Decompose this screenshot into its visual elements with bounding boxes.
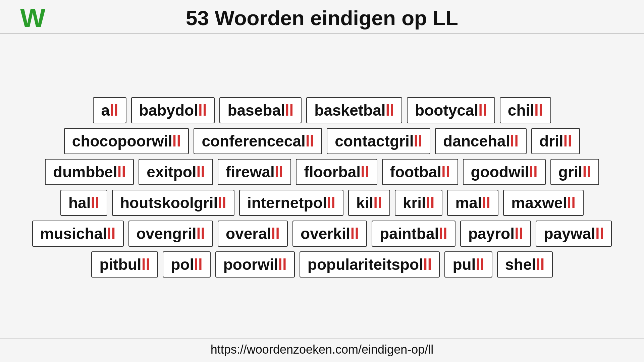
word-suffix: ll	[285, 101, 294, 119]
word-prefix: basebal	[227, 101, 285, 119]
word-suffix: ll	[529, 163, 538, 181]
word-suffix: ll	[476, 255, 484, 274]
word-prefix: gril	[558, 163, 583, 181]
word-suffix: ll	[110, 101, 118, 119]
word-box: firewalll	[218, 159, 291, 185]
word-suffix: ll	[567, 194, 576, 212]
word-suffix: ll	[510, 132, 519, 150]
word-box: bootycalll	[407, 97, 495, 123]
word-box: contactgrilll	[327, 128, 430, 154]
word-box: goodwilll	[463, 159, 546, 185]
word-prefix: kril	[403, 194, 426, 212]
word-prefix: pol	[171, 255, 194, 274]
word-box: conferencecalll	[194, 128, 322, 154]
word-suffix: ll	[278, 255, 287, 274]
word-box: pulll	[444, 251, 492, 278]
word-row-1: chocopoorwilllconferencecalllcontactgril…	[64, 128, 580, 154]
word-suffix: ll	[327, 194, 336, 212]
word-suffix: ll	[271, 225, 280, 243]
word-box: musichalll	[32, 221, 124, 247]
word-suffix: ll	[194, 255, 203, 274]
word-box: pitbulll	[91, 251, 158, 278]
word-prefix: hal	[68, 194, 91, 212]
word-box: populariteitspolll	[300, 251, 440, 278]
word-box: basketballl	[306, 97, 402, 123]
word-prefix: internetpol	[247, 194, 327, 212]
word-row-0: allbabydolllbaseballlbasketballlbootycal…	[93, 97, 551, 123]
footer: https://woordenzoeken.com/eindigen-op/ll	[0, 338, 644, 362]
word-suffix: ll	[478, 101, 487, 119]
word-box: all	[93, 97, 126, 123]
word-box: maxwelll	[503, 190, 584, 216]
word-suffix: ll	[423, 255, 432, 274]
word-box: krilll	[395, 190, 443, 216]
word-suffix: ll	[218, 194, 226, 212]
word-box: paywalll	[536, 221, 612, 247]
word-box: dancehalll	[435, 128, 527, 154]
word-prefix: footbal	[390, 163, 441, 181]
word-suffix: ll	[515, 225, 523, 243]
word-prefix: exitpol	[147, 163, 196, 181]
word-row-4: musichalllovengrillloverallloverkilllpai…	[32, 221, 612, 247]
header: W 53 Woorden eindigen op LL	[0, 0, 644, 34]
word-prefix: houtskoolgril	[120, 194, 218, 212]
footer-url: https://woordenzoeken.com/eindigen-op/ll	[211, 343, 433, 356]
word-box: halll	[60, 190, 107, 216]
word-suffix: ll	[595, 225, 604, 243]
word-row-2: dumbbelllexitpolllfirewalllfloorballlfoo…	[45, 159, 599, 185]
word-prefix: maxwel	[511, 194, 567, 212]
word-row-3: halllhoutskoolgrilllinternetpolllkilllkr…	[60, 190, 584, 216]
word-prefix: chil	[508, 101, 534, 119]
word-prefix: musichal	[40, 225, 107, 243]
word-box: shelll	[497, 251, 553, 278]
word-box: babydolll	[131, 97, 215, 123]
word-suffix: ll	[275, 163, 283, 181]
word-box: grilll	[550, 159, 599, 185]
word-box: dumbbelll	[45, 159, 134, 185]
word-prefix: pul	[452, 255, 476, 274]
word-prefix: paintbal	[380, 225, 439, 243]
word-suffix: ll	[482, 194, 491, 212]
word-box: poorwilll	[215, 251, 295, 278]
word-prefix: basketbal	[314, 101, 385, 119]
word-box: footballl	[382, 159, 458, 185]
word-prefix: shel	[505, 255, 536, 274]
word-box: floorballl	[296, 159, 377, 185]
word-suffix: ll	[172, 132, 181, 150]
word-suffix: ll	[386, 101, 394, 119]
words-area: allbabydolllbaseballlbasketballlbootycal…	[0, 34, 644, 338]
word-suffix: ll	[439, 225, 447, 243]
word-prefix: dancehal	[443, 132, 510, 150]
word-prefix: pitbul	[99, 255, 141, 274]
word-prefix: paywal	[544, 225, 595, 243]
word-box: chocopoorwilll	[64, 128, 189, 154]
word-suffix: ll	[564, 132, 572, 150]
word-suffix: ll	[107, 225, 116, 243]
word-prefix: poorwil	[223, 255, 278, 274]
word-box: ovengrilll	[128, 221, 213, 247]
word-prefix: mal	[455, 194, 482, 212]
word-box: polll	[163, 251, 211, 278]
word-box: overkilll	[292, 221, 367, 247]
word-suffix: ll	[142, 255, 150, 274]
word-suffix: ll	[536, 255, 545, 274]
word-prefix: dumbbel	[53, 163, 117, 181]
word-box: killl	[348, 190, 390, 216]
word-prefix: bootycal	[415, 101, 478, 119]
word-box: paintballl	[372, 221, 455, 247]
word-prefix: goodwil	[471, 163, 529, 181]
word-suffix: ll	[91, 194, 99, 212]
page-title: 53 Woorden eindigen op LL	[20, 6, 624, 30]
word-suffix: ll	[117, 163, 126, 181]
word-box: houtskoolgrilll	[112, 190, 234, 216]
word-prefix: floorbal	[304, 163, 361, 181]
word-box: internetpolll	[239, 190, 343, 216]
word-box: baseballl	[219, 97, 302, 123]
word-prefix: dril	[539, 132, 564, 150]
word-suffix: ll	[534, 101, 543, 119]
word-box: payrolll	[460, 221, 531, 247]
word-suffix: ll	[441, 163, 450, 181]
word-prefix: babydol	[139, 101, 198, 119]
word-box: malll	[447, 190, 498, 216]
word-prefix: chocopoorwil	[72, 132, 172, 150]
